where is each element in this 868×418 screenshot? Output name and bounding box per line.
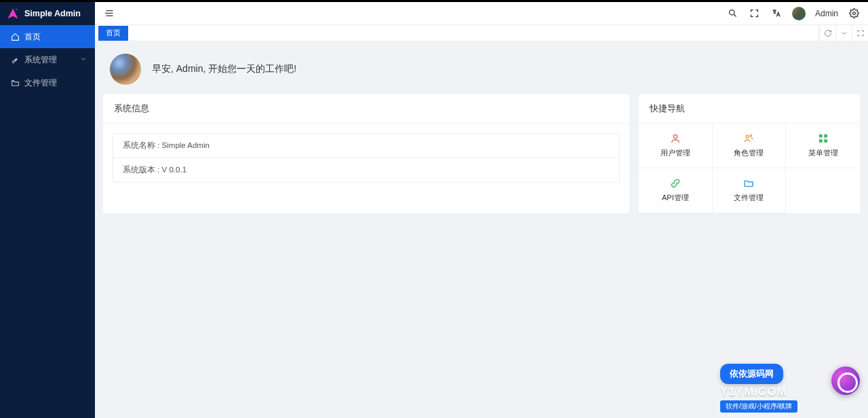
system-info-panel: 系统信息 系统名称 : Simple Admin 系统版本 : V 0.0.1 [103,94,629,213]
svg-point-7 [673,135,677,138]
fullscreen-button[interactable] [749,7,761,20]
quick-nav-panel: 快捷导航 用户管理 角色管理 [639,94,860,213]
quick-nav-menus[interactable]: 菜单管理 [786,124,860,168]
quick-nav-files[interactable]: 文件管理 [713,168,787,213]
folder-open-icon [11,79,20,88]
chevron-down-icon [80,55,87,64]
watermark-sub: 软件/游戏/小程序/棋牌 [720,400,797,413]
user-name[interactable]: Admin [815,9,838,18]
panel-title: 系统信息 [103,94,629,124]
svg-rect-13 [824,139,827,142]
avatar[interactable] [792,7,806,20]
sidebar-item-label: 首页 [24,31,41,43]
quick-nav-label: 角色管理 [734,148,764,158]
quick-nav-grid: 用户管理 角色管理 菜单管理 [639,124,860,213]
sidebar-item-home[interactable]: 首页 [0,25,95,48]
quick-nav-label: API管理 [662,193,689,203]
magnifier-icon [831,366,860,395]
svg-rect-11 [824,134,827,138]
tab-dropdown-button[interactable] [835,25,852,41]
watermark-line1: 依依源码网 [720,364,783,384]
watermark: 依依源码网 Y1YM.COM 软件/游戏/小程序/棋牌 [720,364,863,413]
greeting-text: 早安, Admin, 开始您一天的工作吧! [152,63,296,75]
svg-point-6 [852,12,855,15]
svg-point-0 [16,9,17,10]
content: 早安, Admin, 开始您一天的工作吧! 系统信息 系统名称 : Simple… [95,41,868,418]
main: Admin 首页 [95,2,868,418]
search-button[interactable] [727,7,739,20]
settings-button[interactable] [848,7,860,20]
quick-nav-users[interactable]: 用户管理 [639,124,713,168]
sidebar: Simple Admin 首页 系统管理 文件管理 [0,2,95,418]
api-icon [670,178,681,189]
sidebar-item-label: 系统管理 [24,54,57,66]
svg-rect-12 [819,139,823,142]
greeting-avatar [110,54,141,85]
svg-rect-10 [819,134,823,138]
svg-point-9 [750,135,752,137]
sidebar-item-label: 文件管理 [24,77,57,89]
tabs-row: 首页 [95,25,868,41]
svg-point-4 [730,10,735,16]
sidebar-header: Simple Admin [0,2,95,25]
tab-label: 首页 [106,28,121,38]
brand-name: Simple Admin [24,9,81,18]
sidebar-item-system[interactable]: 系统管理 [0,48,95,71]
svg-line-5 [734,14,736,16]
user-icon [670,133,681,144]
info-item: 系统版本 : V 0.0.1 [113,157,619,182]
info-item: 系统名称 : Simple Admin [113,134,619,157]
role-icon [743,133,754,144]
info-list: 系统名称 : Simple Admin 系统版本 : V 0.0.1 [113,133,620,183]
wrench-icon [11,56,20,64]
greeting-row: 早安, Admin, 开始您一天的工作吧! [103,50,860,94]
sidebar-toggle-button[interactable] [103,7,115,20]
tab-home[interactable]: 首页 [98,26,128,41]
quick-nav-label: 用户管理 [660,148,690,158]
sidebar-item-files[interactable]: 文件管理 [0,71,95,94]
svg-point-8 [746,135,749,138]
header: Admin [95,2,868,25]
tab-fullscreen-button[interactable] [852,25,868,41]
grid-icon [818,133,829,144]
tab-reload-button[interactable] [819,25,835,41]
home-icon [11,33,20,41]
quick-nav-label: 菜单管理 [808,148,838,158]
quick-nav-roles[interactable]: 角色管理 [713,124,787,168]
quick-nav-api[interactable]: API管理 [639,168,713,213]
folder-icon [743,178,754,189]
panel-title: 快捷导航 [639,94,860,124]
quick-nav-label: 文件管理 [734,193,764,203]
brand-logo-icon [7,7,19,20]
language-button[interactable] [770,7,783,20]
